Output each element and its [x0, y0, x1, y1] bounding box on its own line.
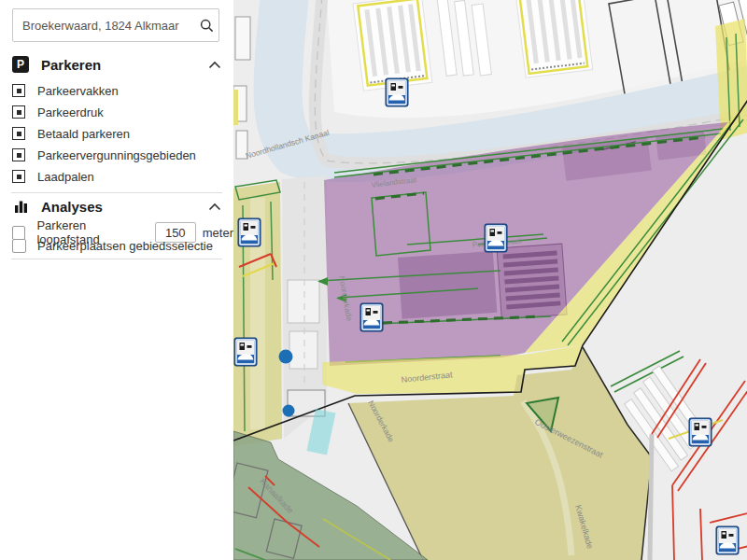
chevron-up-icon[interactable] — [208, 61, 221, 69]
walk-distance-unit: meter — [203, 226, 233, 240]
sidebar-item-parkeervakken[interactable]: Parkeervakken — [12, 82, 119, 99]
layer-label: Laadpalen — [37, 170, 94, 184]
layer-swatch-icon — [12, 170, 25, 183]
paid-parking-sign-icon[interactable] — [689, 418, 712, 446]
bar-chart-icon — [12, 200, 29, 214]
analyses-section-header[interactable]: Analyses — [12, 199, 221, 215]
paid-zone-fragment — [233, 90, 238, 125]
parkeren-section-header[interactable]: P Parkeren — [12, 56, 221, 73]
paid-parking-sign-icon[interactable] — [485, 224, 507, 252]
walk-distance-checkbox[interactable] — [12, 226, 25, 240]
layer-swatch-icon — [12, 127, 25, 140]
map-canvas[interactable]: Noordhollandsch Kanaal — [233, 0, 747, 560]
parking-app: P Parkeren Parkeervakken Parkeerdruk Bet… — [0, 0, 747, 560]
paid-parking-sign-icon[interactable] — [238, 218, 261, 246]
area-selection-checkbox[interactable] — [12, 239, 26, 253]
layer-label: Parkeerdruk — [37, 105, 104, 119]
divider — [11, 259, 222, 259]
paid-parking-sign-icon[interactable] — [360, 303, 383, 331]
sidebar-item-parkeervergunningsgebieden[interactable]: Parkeervergunningsgebieden — [12, 147, 196, 163]
divider — [11, 192, 222, 193]
area-selection-row: Parkeerplaatsen gebiedsselectie — [12, 239, 213, 253]
layer-label: Parkeervergunningsgebieden — [37, 148, 196, 162]
quay-area — [282, 175, 327, 439]
sidebar-item-laadpalen[interactable]: Laadpalen — [12, 168, 94, 185]
layer-label: Parkeervakken — [37, 84, 119, 98]
parkeren-title: Parkeren — [41, 57, 101, 73]
analyses-title: Analyses — [41, 199, 103, 215]
layer-label: Betaald parkeren — [37, 127, 130, 141]
parking-p-icon: P — [12, 56, 29, 73]
paid-parking-sign-icon[interactable] — [386, 78, 408, 106]
charging-point-marker[interactable] — [279, 350, 293, 364]
sidebar-item-betaald-parkeren[interactable]: Betaald parkeren — [12, 125, 130, 142]
sidebar-item-parkeerdruk[interactable]: Parkeerdruk — [12, 104, 104, 120]
layer-swatch-icon — [12, 105, 25, 119]
charging-point-marker[interactable] — [283, 405, 295, 417]
sidebar: P Parkeren Parkeervakken Parkeerdruk Bet… — [0, 0, 233, 560]
layer-swatch-icon — [12, 148, 25, 161]
search-box[interactable] — [12, 8, 219, 42]
layer-swatch-icon — [12, 84, 25, 97]
paid-parking-sign-icon[interactable] — [234, 338, 257, 366]
paid-parking-sign-icon[interactable] — [716, 526, 739, 554]
chevron-up-icon[interactable] — [208, 203, 221, 211]
area-selection-label: Parkeerplaatsen gebiedsselectie — [37, 239, 213, 253]
search-icon[interactable] — [194, 19, 218, 33]
search-input[interactable] — [13, 19, 194, 33]
